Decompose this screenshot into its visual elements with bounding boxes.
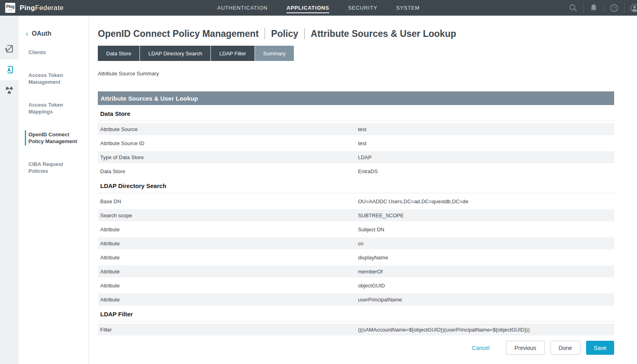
row-value: memberOf — [358, 269, 614, 275]
row-label: Attribute — [98, 255, 358, 261]
title-divider — [265, 28, 265, 39]
row-label: Attribute — [98, 297, 358, 303]
summary-row: Attribute Sourcetest — [98, 123, 614, 135]
row-label: Attribute — [98, 269, 358, 275]
ping-logo: Ping Identity — [5, 3, 15, 13]
clients-check-icon[interactable] — [0, 38, 18, 59]
summary-row: Type of Data StoreLDAP — [98, 151, 614, 163]
top-bar: Ping Identity PingFederate AUTHENTICATIO… — [0, 0, 637, 16]
app-shell: ‹ OAuth ClientsAccess Token ManagementAc… — [0, 16, 637, 364]
row-value: (|(sAMAccountName=${objectGUID})(userPri… — [358, 327, 614, 333]
ping-logo-text: Ping — [6, 5, 14, 9]
breadcrumb-segment: Attribute Sources & User Lookup — [311, 28, 456, 39]
breadcrumb-segment: OpenID Connect Policy Management — [98, 28, 259, 39]
row-value: displayName — [358, 255, 614, 261]
sidebar-nav: ClientsAccess Token ManagementAccess Tok… — [18, 48, 89, 175]
sidebar-item-clients[interactable]: Clients — [28, 48, 81, 57]
tab-summary[interactable]: Summary — [255, 46, 294, 61]
summary-row: AttributeSubject DN — [98, 223, 614, 235]
row-value: test — [358, 140, 614, 146]
summary-row: AttributeuserPrincipalName — [98, 293, 614, 305]
search-icon[interactable] — [568, 3, 578, 13]
section-heading-ldap-filter: LDAP Filter — [98, 305, 614, 322]
summary-row: AttributeobjectGUID — [98, 279, 614, 291]
summary-row: AttributememberOf — [98, 265, 614, 277]
app-title: PingFederate — [20, 4, 64, 12]
tab-data-store[interactable]: Data Store — [98, 46, 140, 61]
summary-row: AttributedisplayName — [98, 251, 614, 263]
footer-actions: Cancel Previous Done Save — [470, 341, 614, 355]
wizard-tabs: Data StoreLDAP Directory SearchLDAP Filt… — [98, 46, 637, 61]
icon-divider — [583, 3, 584, 13]
top-nav-applications[interactable]: APPLICATIONS — [287, 0, 330, 16]
row-label: Attribute Source — [98, 126, 358, 132]
icon-rail — [0, 16, 18, 364]
top-nav-system[interactable]: SYSTEM — [396, 0, 420, 16]
row-value: EntraDS — [358, 168, 614, 174]
token-arrow-icon[interactable] — [0, 59, 18, 80]
page-title: OpenID Connect Policy Management Policy … — [98, 28, 637, 39]
save-button[interactable]: Save — [586, 341, 614, 355]
row-value: LDAP — [358, 154, 614, 160]
sidebar: ‹ OAuth ClientsAccess Token ManagementAc… — [18, 16, 89, 364]
row-value: SUBTREE_SCOPE — [358, 212, 614, 218]
summary-sections: Data StoreAttribute SourcetestAttribute … — [98, 105, 614, 336]
sidebar-item-ciba-request-policies[interactable]: CIBA Request Policies — [28, 160, 81, 175]
main-content: OpenID Connect Policy Management Policy … — [89, 16, 637, 364]
title-divider — [304, 28, 305, 39]
app-title-bold: Ping — [20, 4, 35, 12]
svg-text:?: ? — [613, 6, 615, 10]
section-banner: Attribute Sources & User Lookup — [98, 91, 614, 105]
summary-row: Attributecn — [98, 237, 614, 249]
row-value: Subject DN — [358, 226, 614, 233]
section-heading-data-store: Data Store — [98, 105, 614, 121]
summary-row: Attribute Source IDtest — [98, 137, 614, 149]
top-nav-security[interactable]: SECURITY — [348, 0, 377, 16]
summary-label: Attribute Source Summary — [98, 71, 637, 77]
sidebar-back-label: OAuth — [32, 30, 51, 37]
sidebar-back-oauth[interactable]: ‹ OAuth — [26, 30, 89, 37]
row-value: objectGUID — [358, 283, 614, 289]
summary-row: Search scopeSUBTREE_SCOPE — [98, 209, 614, 221]
help-icon[interactable]: ? — [609, 3, 619, 13]
row-label: Attribute — [98, 283, 358, 289]
chevron-left-icon: ‹ — [26, 30, 28, 37]
summary-row: Data StoreEntraDS — [98, 165, 614, 177]
section-heading-ldap-directory-search: LDAP Directory Search — [98, 177, 614, 193]
summary-row: Base DNOU=AADDC Users,DC=ad,DC=questdb,D… — [98, 195, 614, 207]
top-nav-authentication[interactable]: AUTHENTICATION — [217, 0, 268, 16]
row-value: userPrincipalName — [358, 297, 614, 303]
row-label: Search scope — [98, 212, 358, 218]
cancel-button[interactable]: Cancel — [470, 344, 492, 352]
sidebar-item-access-token-mappings[interactable]: Access Token Mappings — [28, 101, 81, 116]
row-label: Attribute Source ID — [98, 140, 358, 146]
tab-ldap-directory-search[interactable]: LDAP Directory Search — [140, 46, 210, 61]
notifications-bell-icon[interactable] — [589, 3, 599, 13]
ping-logo-subtext: Identity — [8, 9, 13, 11]
account-avatar-icon[interactable] — [630, 3, 637, 13]
row-label: Attribute — [98, 241, 358, 247]
top-icons: ? — [563, 0, 637, 16]
row-label: Base DN — [98, 198, 358, 204]
tab-ldap-filter[interactable]: LDAP Filter — [211, 46, 254, 61]
top-nav: AUTHENTICATIONAPPLICATIONSSECURITYSYSTEM — [217, 0, 420, 16]
row-label: Filter — [98, 327, 358, 333]
row-value: cn — [358, 241, 614, 247]
row-value: test — [358, 126, 614, 132]
sidebar-item-access-token-management[interactable]: Access Token Management — [28, 71, 81, 86]
row-label: Type of Data Store — [98, 154, 358, 160]
row-label: Data Store — [98, 168, 358, 174]
previous-button[interactable]: Previous — [506, 341, 544, 355]
icon-divider — [604, 3, 604, 13]
done-button[interactable]: Done — [550, 341, 580, 355]
app-title-light: Federate — [35, 4, 63, 12]
row-value: OU=AADDC Users,DC=ad,DC=questdb,DC=de — [358, 198, 614, 204]
connections-spades-icon[interactable] — [0, 80, 18, 101]
breadcrumb-segment: Policy — [271, 28, 298, 39]
summary-row: Filter(|(sAMAccountName=${objectGUID})(u… — [98, 324, 614, 336]
icon-divider — [624, 3, 625, 13]
row-label: Attribute — [98, 226, 358, 233]
sidebar-item-openid-connect-policy-management[interactable]: OpenID Connect Policy Management — [25, 130, 78, 146]
